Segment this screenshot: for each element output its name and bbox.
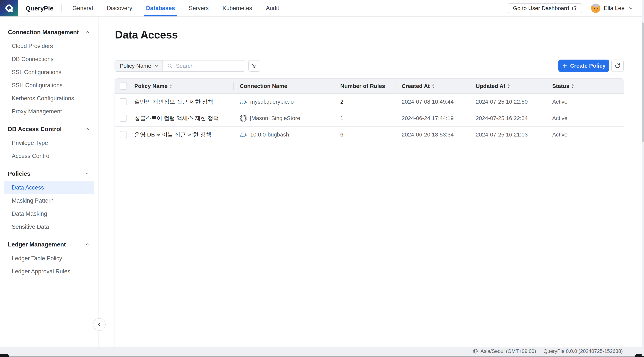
section-connection-management: Connection Management Cloud Providers DB… (0, 28, 98, 118)
nav-kubernetes[interactable]: Kubernetes (222, 0, 252, 17)
section-db-access-control: DB Access Control Privilege Type Access … (0, 125, 98, 163)
policies-table: Policy Name Connection Name Number of Ru… (114, 78, 624, 347)
cell-policy-name[interactable]: 싱글스토어 컬럼 액세스 제한 정책 (129, 110, 234, 127)
cell-status: Active (546, 110, 596, 127)
chevron-down-icon (154, 64, 159, 68)
main-nav: General Discovery Databases Servers Kube… (72, 0, 279, 17)
cell-policy-name[interactable]: 운영 DB 테이블 접근 제한 정책 (129, 127, 234, 143)
table-row[interactable]: 싱글스토어 컬럼 액세스 제한 정책 [Mason] SingleStore 1… (115, 110, 624, 127)
sidebar-item-data-access[interactable]: Data Access (4, 181, 94, 194)
section-title: Connection Management (8, 29, 79, 36)
sidebar-item-cloud-providers[interactable]: Cloud Providers (4, 40, 94, 53)
nav-audit[interactable]: Audit (266, 0, 279, 17)
sidebar-item-ledger-approval-rules[interactable]: Ledger Approval Rules (4, 265, 94, 278)
section-header-ledger-management[interactable]: Ledger Management (0, 240, 98, 248)
scrollbar-thumb[interactable] (642, 23, 644, 142)
chevron-left-icon (96, 322, 102, 327)
cell-updated-at: 2024-07-25 16:21:03 (471, 127, 546, 143)
sidebar-item-ssh-configurations[interactable]: SSH Configurations (4, 79, 94, 92)
chevron-up-icon (85, 171, 90, 176)
window-bottom-edge (0, 356, 644, 357)
column-label: Number of Rules (340, 83, 385, 89)
column-header-connection-name[interactable]: Connection Name (234, 79, 335, 93)
column-header-number-of-rules[interactable]: Number of Rules (335, 79, 396, 93)
cell-connection-name: 10.0.0-bugbash (250, 131, 289, 138)
nav-general[interactable]: General (72, 0, 93, 17)
top-header: QueryPie General Discovery Databases Ser… (0, 0, 644, 17)
column-header-actions (596, 79, 624, 93)
globe-icon (472, 348, 478, 354)
search-control: Policy Name (114, 60, 245, 72)
dashboard-button-label: Go to User Dashboard (513, 5, 569, 12)
sidebar-item-data-masking[interactable]: Data Masking (4, 207, 94, 220)
page-title: Data Access (115, 28, 178, 41)
querypie-logo-icon (4, 3, 14, 14)
user-name: Ella Lee (604, 5, 624, 12)
page-scrollbar[interactable] (642, 0, 644, 356)
create-policy-button[interactable]: Create Policy (558, 60, 609, 72)
sidebar-item-ssl-configurations[interactable]: SSL Configurations (4, 66, 94, 79)
create-policy-label: Create Policy (570, 63, 606, 69)
filter-button[interactable] (248, 60, 260, 72)
column-label: Status (552, 83, 570, 89)
sort-icon (507, 84, 510, 88)
column-label: Connection Name (240, 83, 287, 89)
nav-servers[interactable]: Servers (189, 0, 209, 17)
nav-discovery[interactable]: Discovery (107, 0, 132, 17)
querypie-logo[interactable] (0, 0, 18, 17)
table-header-row: Policy Name Connection Name Number of Ru… (115, 79, 624, 94)
mysql-icon (240, 99, 247, 105)
sort-icon (571, 84, 574, 88)
row-checkbox[interactable] (120, 98, 127, 105)
column-label: Created At (402, 83, 430, 89)
section-header-connection-management[interactable]: Connection Management (0, 28, 98, 36)
select-all-checkbox[interactable] (120, 83, 127, 90)
brand-name: QueryPie (26, 5, 53, 12)
user-menu-chevron-down-icon[interactable] (628, 6, 634, 11)
avatar-eye (596, 8, 598, 9)
section-title: Ledger Management (8, 241, 66, 248)
user-avatar[interactable] (591, 4, 600, 13)
row-checkbox[interactable] (120, 131, 127, 138)
sidebar-item-ledger-table-policy[interactable]: Ledger Table Policy (4, 252, 94, 265)
avatar-eye (594, 8, 595, 9)
table-row[interactable]: 일반망 개인정보 접근 제한 정책 mysql.querypie.io 2 20… (115, 94, 624, 110)
cell-policy-name[interactable]: 일반망 개인정보 접근 제한 정책 (129, 94, 234, 110)
sidebar-item-db-connections[interactable]: DB Connections (4, 53, 94, 66)
section-title: DB Access Control (8, 126, 62, 133)
row-checkbox[interactable] (120, 115, 127, 122)
avatar-mouth (595, 10, 597, 11)
section-header-db-access-control[interactable]: DB Access Control (0, 125, 98, 133)
column-label: Policy Name (134, 83, 168, 89)
cell-updated-at: 2024-07-25 16:22:34 (471, 110, 546, 127)
mysql-icon (240, 131, 247, 138)
cell-created-at: 2024-06-24 17:44:19 (396, 110, 471, 127)
cell-updated-at: 2024-07-25 16:22:50 (471, 94, 546, 110)
go-to-user-dashboard-button[interactable]: Go to User Dashboard (508, 3, 582, 13)
search-icon (167, 63, 173, 69)
cell-created-at: 2024-07-08 10:49:44 (396, 94, 471, 110)
sidebar-item-sensitive-data[interactable]: Sensitive Data (4, 220, 94, 233)
column-header-created-at[interactable]: Created At (396, 79, 471, 93)
section-header-policies[interactable]: Policies (0, 170, 98, 178)
sidebar-item-proxy-management[interactable]: Proxy Management (4, 105, 94, 118)
sidebar-item-masking-pattern[interactable]: Masking Pattern (4, 194, 94, 207)
timezone-indicator: Asia/Seoul (GMT+09:00) (472, 348, 536, 354)
column-header-policy-name[interactable]: Policy Name (129, 79, 234, 93)
sidebar-item-access-control[interactable]: Access Control (4, 150, 94, 163)
search-input[interactable] (176, 63, 238, 69)
nav-databases[interactable]: Databases (146, 0, 175, 17)
search-field-label: Policy Name (120, 63, 151, 69)
column-header-updated-at[interactable]: Updated At (471, 79, 546, 93)
sidebar-item-kerberos-configurations[interactable]: Kerberos Configurations (4, 92, 94, 105)
sidebar-item-privilege-type[interactable]: Privilege Type (4, 137, 94, 150)
cell-connection-name: mysql.querypie.io (250, 99, 294, 105)
column-label: Updated At (476, 83, 506, 89)
sidebar-collapse-button[interactable] (93, 318, 106, 331)
refresh-button[interactable] (611, 60, 624, 72)
header-divider (61, 4, 62, 13)
column-header-status[interactable]: Status (546, 79, 596, 93)
cell-status: Active (546, 94, 596, 110)
search-field-dropdown[interactable]: Policy Name (115, 61, 163, 71)
table-row[interactable]: 운영 DB 테이블 접근 제한 정책 10.0.0-bugbash 6 2024… (115, 127, 624, 143)
